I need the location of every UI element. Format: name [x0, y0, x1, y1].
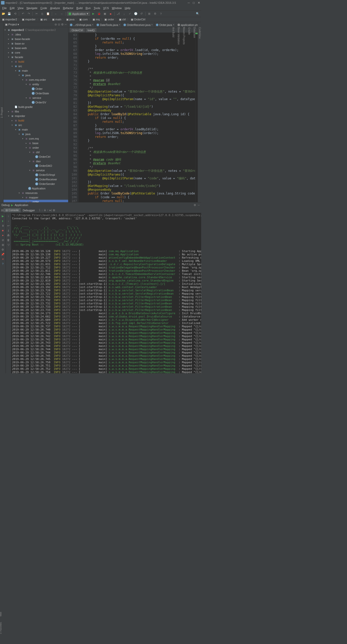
tree-item-ordersv[interactable]: COrderSV	[4, 100, 68, 105]
breadcrumb-6[interactable]: ▣ mq	[93, 18, 100, 21]
error-stripe[interactable]	[195, 33, 198, 202]
tree-item--idea[interactable]: ▸▣.idea	[4, 32, 68, 37]
close-icon[interactable]: ✕	[198, 1, 200, 5]
tab-datetools-java[interactable]: DateTools.java×	[95, 22, 122, 27]
menu-analyze[interactable]: Analyze	[49, 6, 61, 10]
menu-window[interactable]: Window	[111, 6, 123, 10]
debug-icon[interactable]: 🐞	[97, 11, 102, 16]
hide-icon[interactable]: ─	[65, 23, 67, 26]
tree-item-src[interactable]: ▾▣src	[4, 123, 68, 127]
help-icon[interactable]: ?	[158, 11, 163, 16]
collapse-icon[interactable]: ⊖	[55, 23, 57, 26]
tree-item-java[interactable]: ▾▣java	[4, 73, 68, 77]
tab-orderreceiver-java[interactable]: OrderReceiver.java×	[122, 22, 154, 27]
wrap-icon[interactable]: ↩	[7, 224, 11, 228]
tree-item-mapper[interactable]: ▾▣mapper	[4, 195, 68, 200]
tree-item-facade[interactable]: ▾▣facade	[4, 55, 68, 59]
breakpoints-icon[interactable]: ●	[1, 233, 5, 237]
evaluate-icon[interactable]: ⊞	[53, 209, 55, 212]
locate-icon[interactable]: ⊙	[58, 23, 60, 26]
tree-item-core[interactable]: ▸▣core	[4, 50, 68, 55]
menu-build[interactable]: Build	[75, 6, 84, 10]
force-step-icon[interactable]: ⇊	[44, 209, 46, 212]
filter-icon[interactable]: ▽	[7, 243, 11, 247]
tree-item-orderstate[interactable]: COrderState	[4, 91, 68, 96]
scroll-icon[interactable]: ⤓	[7, 228, 11, 232]
menu-vcs[interactable]: VCS	[102, 6, 110, 10]
paste-icon[interactable]: 📋	[46, 11, 51, 16]
menu-run[interactable]: Run	[84, 6, 92, 10]
tree-item-ordersender[interactable]: COrderSender	[4, 182, 68, 186]
tree-item-main[interactable]: ▾▣main	[4, 127, 68, 132]
breadcrumb-7[interactable]: ▣ order	[104, 18, 114, 21]
codeview-button[interactable]: CodeView	[198, 27, 201, 202]
menu-navigate[interactable]: Navigate	[25, 6, 38, 10]
breadcrumb-8[interactable]: ▣ ctrl	[119, 18, 126, 21]
tree-item-order[interactable]: COrder	[4, 87, 68, 91]
update-icon[interactable]: ↓	[122, 11, 127, 16]
breadcrumb-1[interactable]: ▣ mqorder	[22, 18, 35, 21]
step-into-icon[interactable]: ↓	[41, 209, 43, 212]
minimize-icon[interactable]: ─	[188, 1, 190, 5]
tree-item-orderreceiver[interactable]: COrderReceiver	[4, 177, 68, 182]
tree-item-ordersvimpl[interactable]: COrderSVImpl	[4, 173, 68, 177]
debugger-tab[interactable]: Debugger	[21, 208, 37, 212]
tree-item-src[interactable]: ▾▣src	[4, 64, 68, 68]
tree-item-com-mq[interactable]: ▾▣com.mq	[4, 136, 68, 141]
menu-refactor[interactable]: Refactor	[62, 6, 75, 10]
ant-build-button[interactable]: Ant Build	[172, 27, 175, 202]
step-over-icon[interactable]: ⤵	[39, 209, 40, 212]
breadcrumb-5[interactable]: ▣ com	[79, 18, 88, 21]
close-icon[interactable]: ×	[92, 23, 94, 26]
close-icon[interactable]: ×	[151, 23, 153, 26]
clear-icon[interactable]: 🗑	[7, 238, 11, 242]
settings-icon[interactable]: ⚙	[1, 248, 5, 252]
gutter[interactable]: 63 64 65 66 67 68 69 70 71 72 73 74 75 7…	[68, 33, 78, 202]
bean-validation-button[interactable]: Bean Validation	[177, 27, 180, 202]
sync-icon[interactable]: ⟲	[13, 11, 18, 16]
step-out-icon[interactable]: ↑	[47, 209, 49, 212]
coverage-icon[interactable]: ▣	[102, 11, 107, 16]
tree-item-base-sv[interactable]: ▸▣base-sv	[4, 41, 68, 46]
tree-item-build-gradle[interactable]: 📄build.gradle	[4, 105, 68, 109]
tree-item-main[interactable]: ▾▣main	[4, 68, 68, 73]
menu-view[interactable]: View	[16, 6, 25, 10]
tree-item-orderdao[interactable]: COrderDAO	[4, 164, 68, 168]
tree-item-base[interactable]: ▸▣base	[4, 141, 68, 145]
cut-icon[interactable]: ✂	[34, 11, 39, 16]
project-toolwindow-button[interactable]: 1: Project	[1, 23, 3, 202]
up-icon[interactable]: ↑	[7, 214, 11, 218]
tree-item-base-facade[interactable]: ▸▣base-facade	[4, 37, 68, 41]
close-icon[interactable]: ×	[119, 23, 120, 26]
tree-item-java[interactable]: ▾▣java	[4, 132, 68, 136]
close-icon[interactable]: ×	[173, 23, 174, 26]
menu-tools[interactable]: Tools	[93, 6, 102, 10]
method-crumb[interactable]: load()	[86, 28, 96, 32]
open-icon[interactable]: 📂	[1, 11, 6, 16]
mute-icon[interactable]: ⊘	[1, 238, 5, 242]
tree-item-resources[interactable]: ▾▣resources	[4, 191, 68, 195]
search-icon[interactable]: 🔍	[195, 11, 200, 16]
commit-icon[interactable]: ✓	[127, 11, 133, 16]
forward-icon[interactable]: →	[59, 11, 64, 16]
vcs-icon[interactable]: ⎇	[116, 11, 121, 16]
maximize-icon[interactable]: □	[193, 1, 195, 5]
close-icon[interactable]: ✕	[1, 257, 5, 261]
tree-item-com-mq-order[interactable]: ▾▣com.mq.order	[4, 77, 68, 82]
settings-icon[interactable]: ⚙	[153, 11, 158, 16]
back-icon[interactable]: ←	[53, 11, 58, 16]
tree-item-build[interactable]: ▸▣build	[4, 118, 68, 123]
tree-item-service[interactable]: ▾▣service	[4, 168, 68, 173]
maven-projects-button[interactable]: Maven Projects	[183, 27, 185, 202]
tree-item-dao[interactable]: ▾▣dao	[4, 159, 68, 164]
menu-help[interactable]: Help	[123, 6, 132, 10]
tree-item-build[interactable]: ▸▣build	[4, 59, 68, 64]
run-icon[interactable]: ▶	[91, 11, 96, 16]
copy-icon[interactable]: ⎘	[40, 11, 45, 16]
gear-icon[interactable]: ⚙	[194, 204, 196, 207]
tab----rsvimpl-java[interactable]: ...rSVImpl.java×	[68, 22, 95, 27]
menu-edit[interactable]: Edit	[9, 6, 16, 10]
stop-icon[interactable]: ■	[1, 228, 5, 232]
tree-item-entity[interactable]: ▾▣entity	[4, 82, 68, 87]
tab-order-java[interactable]: Order.java×	[154, 22, 176, 27]
